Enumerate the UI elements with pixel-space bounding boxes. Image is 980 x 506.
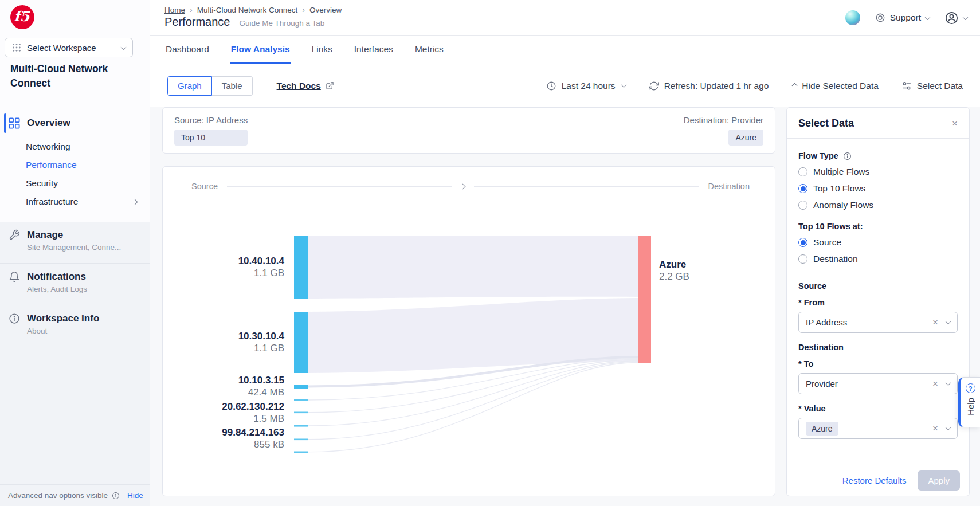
external-link-icon <box>326 81 334 90</box>
help-label: Help <box>966 398 975 415</box>
sidebar-item-performance[interactable]: Performance <box>0 156 150 174</box>
table-view-button[interactable]: Table <box>212 76 253 96</box>
breadcrumb-section[interactable]: Multi-Cloud Network Connect <box>197 6 298 14</box>
radio-icon <box>798 254 807 264</box>
sankey-source-node[interactable] <box>294 312 308 373</box>
chevron-down-icon <box>121 44 127 50</box>
graph-view-button[interactable]: Graph <box>167 76 212 96</box>
destination-summary-label: Destination: Provider <box>684 115 763 125</box>
breadcrumb: Home Multi-Cloud Network Connect Overvie… <box>164 5 342 14</box>
sidebar-item-notifications[interactable]: Notifications Alerts, Audit Logs <box>0 264 150 305</box>
panel-footer: Restore Defaults Apply <box>787 465 969 496</box>
clear-x-icon[interactable] <box>932 423 938 433</box>
breadcrumb-separator-icon <box>297 5 309 14</box>
info-icon <box>9 313 20 324</box>
radio-top10-destination[interactable]: Destination <box>798 254 958 264</box>
tab-links[interactable]: Links <box>311 36 334 64</box>
section-subtitle: About <box>27 327 150 335</box>
overview-subnav: Networking Performance Security Infrastr… <box>0 138 150 211</box>
to-field-label: * To <box>798 359 958 368</box>
clear-x-icon[interactable] <box>932 317 938 327</box>
app-root: f5 Select Workspace Multi-Cloud Network … <box>0 0 980 506</box>
wrench-icon <box>9 229 20 241</box>
guide-me-link[interactable]: Guide Me Through a Tab <box>240 19 325 28</box>
sidebar-item-label: Overview <box>27 117 70 129</box>
f5-logo-text: f5 <box>14 8 29 25</box>
destination-group-label: Destination <box>798 343 958 352</box>
value-select[interactable]: Azure <box>798 418 958 439</box>
f5-logo[interactable]: f5 <box>10 5 34 29</box>
info-icon <box>112 492 120 500</box>
selected-data-summary: Source: IP Address Top 10 Destination: P… <box>162 107 775 154</box>
support-menu[interactable]: Support <box>875 13 930 23</box>
breadcrumb-home[interactable]: Home <box>164 6 185 14</box>
radio-multiple-flows[interactable]: Multiple Flows <box>798 167 958 177</box>
sankey-source-node[interactable] <box>294 439 308 441</box>
sidebar-item-infrastructure[interactable]: Infrastructure <box>0 193 150 211</box>
radio-anomaly-flows[interactable]: Anomaly Flows <box>798 200 958 210</box>
account-menu[interactable] <box>944 11 967 25</box>
value-field-label: * Value <box>798 404 958 413</box>
sankey-flow-thin <box>308 363 638 452</box>
sankey-source-node[interactable] <box>294 425 308 427</box>
sidebar-item-overview[interactable]: Overview <box>0 111 150 135</box>
apply-button[interactable]: Apply <box>918 470 960 491</box>
tab-metrics[interactable]: Metrics <box>414 36 445 64</box>
tab-flow-analysis[interactable]: Flow Analysis <box>230 36 291 64</box>
tab-interfaces[interactable]: Interfaces <box>353 36 394 64</box>
clear-x-icon[interactable] <box>932 379 938 389</box>
to-select[interactable]: Provider <box>798 373 958 394</box>
hide-advanced-nav-link[interactable]: Hide <box>127 491 143 500</box>
assistant-orb[interactable] <box>845 10 860 25</box>
help-tab[interactable]: Help <box>958 377 980 427</box>
overview-grid-icon <box>9 117 20 129</box>
sankey-source-node[interactable] <box>294 399 308 401</box>
bell-icon <box>9 271 20 283</box>
time-range-selector[interactable]: Last 24 hours <box>546 81 626 91</box>
chevron-down-icon <box>621 82 626 88</box>
radio-icon <box>798 184 807 193</box>
chevron-down-icon <box>946 380 951 386</box>
sankey-source-node[interactable] <box>294 452 308 453</box>
section-subtitle: Site Management, Conne... <box>27 243 150 252</box>
sankey-source-node[interactable] <box>294 236 308 299</box>
tech-docs-link[interactable]: Tech Docs <box>277 81 334 91</box>
destination-summary-chip: Azure <box>728 130 763 146</box>
breadcrumb-separator-icon <box>185 5 197 14</box>
sankey-node-label: Azure 2.2 GB <box>659 258 689 283</box>
sidebar-lower-sections: Manage Site Management, Conne... Notific… <box>0 222 150 506</box>
sliders-icon <box>901 81 912 91</box>
divider <box>0 104 150 104</box>
sankey-node-label: 99.84.214.163 855 kB <box>222 426 284 450</box>
source-summary-chip: Top 10 <box>174 130 248 146</box>
sankey-destination-node[interactable] <box>638 236 651 363</box>
workspace-selector-label: Select Workspace <box>27 43 96 53</box>
help-question-icon <box>966 383 975 393</box>
radio-top-10-flows[interactable]: Top 10 Flows <box>798 183 958 194</box>
sankey-node-label: 10.40.10.4 1.1 GB <box>238 255 284 279</box>
workspace-selector[interactable]: Select Workspace <box>5 38 133 57</box>
sankey-source-node[interactable] <box>294 385 308 389</box>
from-select[interactable]: IP Address <box>798 312 958 333</box>
sidebar-item-networking[interactable]: Networking <box>0 138 150 156</box>
refresh-button[interactable]: Refresh: Updated 1 hr ago <box>649 81 769 91</box>
sidebar-item-workspace-info[interactable]: Workspace Info About <box>0 305 150 347</box>
sidebar-item-manage[interactable]: Manage Site Management, Conne... <box>0 222 150 264</box>
clock-icon <box>546 81 556 91</box>
radio-top10-source[interactable]: Source <box>798 237 958 248</box>
restore-defaults-link[interactable]: Restore Defaults <box>842 476 907 485</box>
content-area: Source: IP Address Top 10 Destination: P… <box>150 107 980 506</box>
chevron-down-icon <box>946 425 951 430</box>
hide-selected-data-button[interactable]: Hide Selected Data <box>791 81 879 91</box>
select-data-button[interactable]: Select Data <box>901 81 963 91</box>
breadcrumb-page[interactable]: Overview <box>309 6 342 14</box>
page-title: Performance <box>164 15 230 29</box>
chevron-right-icon <box>132 199 138 205</box>
sidebar-item-security[interactable]: Security <box>0 174 150 193</box>
close-icon[interactable] <box>952 119 958 129</box>
sidebar-footer: Advanced nav options visible Hide <box>0 484 150 506</box>
tab-dashboard[interactable]: Dashboard <box>164 36 210 64</box>
sidebar: f5 Select Workspace Multi-Cloud Network … <box>0 0 150 506</box>
source-group-label: Source <box>798 281 958 291</box>
sankey-source-node[interactable] <box>294 412 308 414</box>
